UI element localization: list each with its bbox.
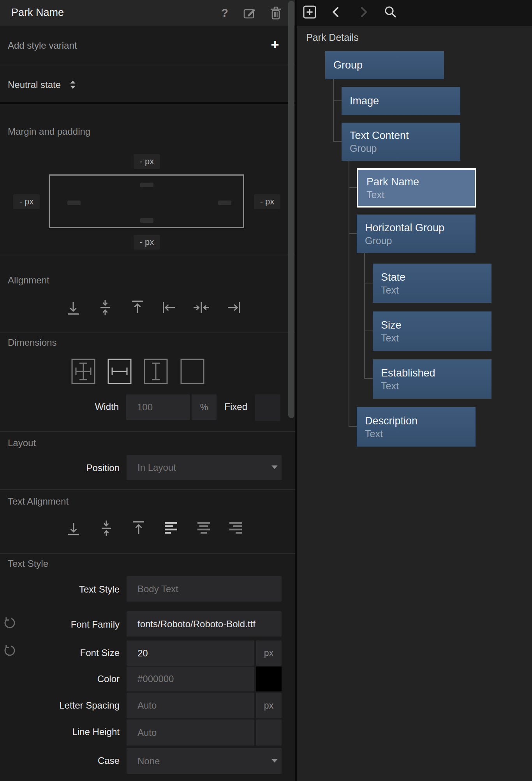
help-button[interactable]: ? (218, 5, 232, 20)
font-family-input[interactable]: fonts/Roboto/Roboto-Bold.ttf (127, 611, 282, 637)
help-icon: ? (221, 6, 228, 19)
letter-spacing-input[interactable]: Auto (127, 693, 254, 718)
sort-arrows-icon[interactable] (69, 79, 77, 90)
font-size-input[interactable]: 20 (127, 640, 254, 666)
divider (0, 431, 295, 432)
align-right-icon (225, 299, 242, 316)
search-button[interactable] (383, 5, 398, 19)
size-width-icon (107, 359, 132, 384)
tree-node-title: Image (350, 95, 460, 107)
margin-top-field[interactable]: - px (134, 154, 160, 169)
tree-node-description[interactable]: Description Text (357, 407, 476, 447)
text-align-vcenter-button[interactable] (98, 520, 115, 537)
margin-padding-section-label: Margin and padding (8, 126, 90, 137)
margin-right-field[interactable]: - px (254, 194, 280, 209)
text-align-top-icon (130, 520, 147, 537)
padding-left-field[interactable] (67, 201, 81, 205)
tree-node-subtitle: Text (365, 428, 476, 440)
padding-right-field[interactable] (218, 201, 231, 205)
text-align-bottom-icon (65, 520, 82, 537)
dimensions-section-label: Dimensions (8, 337, 56, 348)
tree-node-image[interactable]: Image (342, 87, 460, 115)
size-height-button[interactable] (144, 359, 168, 384)
tree-node-title: Park Name (366, 176, 475, 188)
align-left-button[interactable] (160, 299, 178, 316)
tree-connector (364, 378, 373, 379)
divider (0, 65, 295, 65)
align-vertical-center-button[interactable] (97, 299, 114, 316)
size-width-button[interactable] (107, 359, 132, 384)
tree-node-established[interactable]: Established Text (373, 359, 491, 399)
back-button[interactable] (331, 6, 341, 18)
align-bottom-button[interactable] (65, 299, 82, 316)
font-family-label: Font Family (0, 619, 120, 630)
tree-node-size[interactable]: Size Text (373, 311, 491, 351)
tree-connector (349, 233, 357, 234)
margin-left-field[interactable]: - px (13, 194, 40, 209)
margin-bottom-field[interactable]: - px (134, 235, 160, 250)
case-dropdown[interactable]: None (127, 748, 282, 774)
style-panel-header: Park Name ? (0, 0, 295, 26)
chevron-right-icon (358, 6, 368, 18)
tree-node-title: Size (381, 319, 491, 331)
delete-button[interactable] (269, 5, 283, 20)
add-frame-icon (303, 5, 316, 19)
tree-node-state[interactable]: State Text (373, 264, 491, 303)
align-horizontal-center-icon (193, 299, 210, 316)
font-size-label: Font Size (0, 647, 120, 658)
size-both-button[interactable] (71, 359, 95, 384)
text-alignment-section-label: Text Alignment (8, 496, 69, 507)
text-style-section-label: Text Style (8, 558, 48, 569)
align-horizontal-center-button[interactable] (193, 299, 210, 316)
case-value: None (137, 756, 160, 767)
align-top-button[interactable] (129, 299, 146, 316)
tree-node-title: Text Content (350, 129, 460, 142)
search-icon (383, 5, 398, 19)
color-input[interactable]: #000000 (127, 667, 254, 691)
align-left-icon (160, 299, 178, 316)
line-height-input[interactable]: Auto (127, 719, 254, 746)
tree-node-horizontal-group[interactable]: Horizontal Group Group (357, 215, 476, 253)
tree-node-subtitle: Text (366, 189, 475, 201)
margin-padding-box (49, 174, 244, 228)
add-frame-button[interactable] (303, 5, 316, 19)
align-right-button[interactable] (225, 299, 242, 316)
text-style-input[interactable]: Body Text (127, 576, 282, 602)
add-style-variant-button[interactable]: + (268, 37, 282, 52)
tree-node-subtitle: Group (350, 142, 460, 154)
tree-connector (364, 283, 373, 283)
text-align-center-icon (195, 520, 212, 537)
tree-connector (364, 331, 373, 331)
line-height-label: Line Height (0, 726, 120, 737)
tree-node-park-name-selected[interactable]: Park Name Text (357, 168, 476, 208)
tree-node-title: State (381, 271, 491, 283)
color-label: Color (0, 674, 120, 684)
text-align-bottom-button[interactable] (65, 520, 82, 537)
padding-top-field[interactable] (140, 183, 153, 187)
text-align-center-button[interactable] (195, 520, 212, 537)
color-swatch[interactable] (256, 667, 282, 691)
text-align-left-button[interactable] (162, 520, 180, 537)
fixed-checkbox[interactable] (255, 394, 280, 421)
text-align-top-button[interactable] (130, 520, 147, 537)
divider (0, 553, 295, 554)
position-dropdown[interactable]: In Layout (127, 455, 282, 480)
chevron-down-icon (271, 758, 278, 763)
tree-node-text-content[interactable]: Text Content Group (342, 123, 460, 161)
tree-connector (364, 253, 365, 379)
tree-node-group[interactable]: Group (325, 51, 444, 79)
text-align-right-button[interactable] (227, 520, 244, 537)
edit-button[interactable] (243, 5, 257, 20)
left-panel-scrollbar[interactable] (288, 1, 294, 418)
layers-toolbar (297, 0, 532, 26)
style-panel: Park Name ? (0, 0, 295, 781)
tree-connector (349, 187, 357, 188)
text-align-right-icon (227, 520, 244, 537)
forward-button[interactable] (358, 6, 368, 18)
chevron-left-icon (331, 6, 341, 18)
tree-node-title: Description (365, 415, 476, 427)
padding-bottom-field[interactable] (140, 218, 153, 223)
tree-node-subtitle: Text (381, 380, 491, 392)
size-none-button[interactable] (180, 359, 204, 384)
tree-node-subtitle: Group (365, 235, 476, 246)
